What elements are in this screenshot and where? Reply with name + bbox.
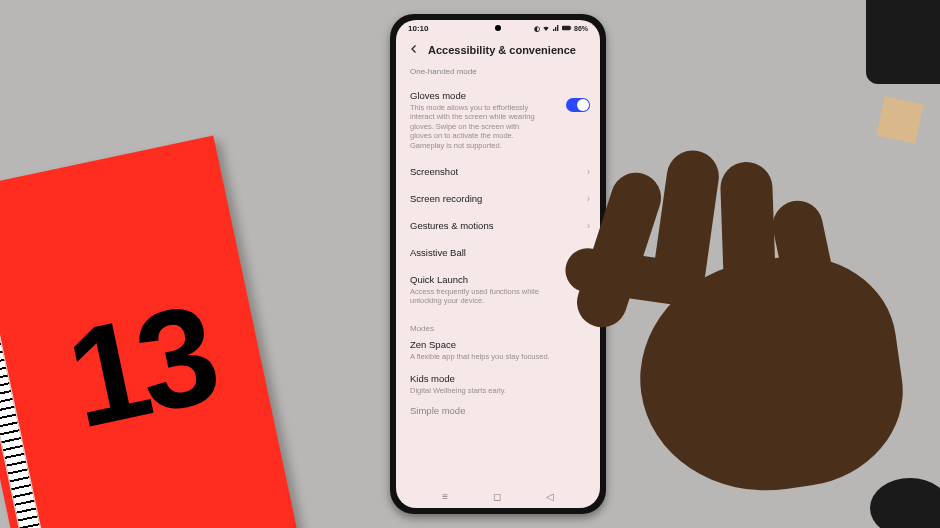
status-time: 10:10 xyxy=(408,24,428,33)
nav-back-icon[interactable]: ◁ xyxy=(546,491,554,502)
quick-desc: Access frequently used functions while u… xyxy=(410,287,560,306)
svg-rect-0 xyxy=(562,26,570,31)
hand xyxy=(560,140,920,520)
product-box: 13 xyxy=(0,135,301,528)
one-handed-label: One-handed mode xyxy=(410,67,477,76)
nav-home-icon[interactable]: ◻ xyxy=(493,491,501,502)
battery-icon xyxy=(562,24,572,33)
status-icons: ◐ 86% xyxy=(534,24,588,33)
gloves-title: Gloves mode xyxy=(410,90,586,101)
wifi-icon xyxy=(542,24,550,33)
back-icon[interactable] xyxy=(408,43,420,57)
gloves-mode-toggle[interactable] xyxy=(566,98,590,112)
signal-icon xyxy=(552,24,560,33)
background-object xyxy=(866,0,940,84)
gloves-desc: This mode allows you to effortlessly int… xyxy=(410,103,540,150)
box-model-number: 13 xyxy=(54,273,224,461)
kids-desc: Digital Wellbeing starts early. xyxy=(410,386,580,395)
page-header: Accessibility & convenience xyxy=(396,33,600,65)
battery-percent: 86% xyxy=(574,25,588,32)
camera-punch-hole xyxy=(495,25,501,31)
page-title: Accessibility & convenience xyxy=(428,44,576,56)
nav-recents-icon[interactable]: ≡ xyxy=(442,491,448,502)
dnd-icon: ◐ xyxy=(534,25,540,33)
zen-desc: A flexible app that helps you stay focus… xyxy=(410,352,580,361)
list-item-one-handed[interactable]: One-handed mode xyxy=(396,65,600,82)
svg-rect-1 xyxy=(570,27,571,29)
background-object xyxy=(876,96,923,143)
barcode xyxy=(0,227,52,528)
